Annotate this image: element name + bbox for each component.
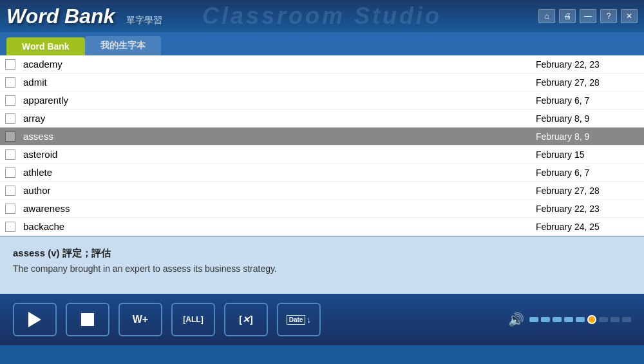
word-text: academy: [23, 59, 536, 70]
word-checkbox[interactable]: [5, 77, 15, 88]
definition-sentence: The company brought in an expert to asse…: [13, 263, 631, 274]
table-row[interactable]: apparentlyFebruary 6, 7: [0, 91, 644, 110]
table-row[interactable]: athleteFebruary 6, 7: [0, 164, 644, 182]
header: Word Bank 單字學習 Classroom Studio ⌂ 🖨 — ? …: [0, 0, 644, 32]
printer-icon[interactable]: 🖨: [559, 9, 576, 23]
volume-segment: [564, 317, 573, 322]
word-date: February 8, 9: [536, 131, 639, 142]
home-icon[interactable]: ⌂: [538, 9, 555, 23]
tab-my-vocab[interactable]: 我的生字本: [85, 36, 161, 55]
header-icons: ⌂ 🖨 — ? ✕: [538, 9, 638, 23]
table-row[interactable]: arrayFebruary 8, 9: [0, 110, 644, 128]
word-checkbox[interactable]: [5, 95, 15, 106]
volume-segment: [599, 317, 608, 322]
volume-icon: 🔊: [508, 312, 524, 327]
play-button[interactable]: [13, 303, 57, 336]
volume-knob[interactable]: [587, 315, 596, 324]
help-icon[interactable]: ?: [600, 9, 617, 23]
app-title: Word Bank: [6, 5, 115, 28]
table-row[interactable]: awarenessFebruary 22, 23: [0, 200, 644, 218]
word-date: February 6, 7: [536, 95, 639, 106]
word-checkbox[interactable]: [5, 149, 15, 160]
word-text: backache: [23, 221, 536, 232]
word-text: athlete: [23, 167, 536, 178]
word-list-container: academyFebruary 22, 23admitFebruary 27, …: [0, 55, 644, 236]
stop-button[interactable]: [66, 303, 109, 336]
word-date: February 8, 9: [536, 113, 639, 124]
def-pos: (v): [48, 247, 59, 258]
play-icon: [28, 312, 41, 327]
all-label: [ALL]: [183, 315, 203, 324]
app-subtitle: 單字學習: [126, 15, 162, 26]
word-date: February 24, 25: [536, 222, 639, 232]
date-sort-button[interactable]: Date ↓: [277, 303, 321, 336]
all-button[interactable]: [ALL]: [171, 303, 215, 336]
word-text: assess: [23, 131, 536, 142]
wordplus-button[interactable]: W+: [118, 303, 162, 336]
footer-buttons: W+ [ALL] [✕] Date ↓: [13, 303, 321, 336]
volume-segment: [611, 317, 620, 322]
table-row[interactable]: backacheFebruary 24, 25: [0, 218, 644, 236]
table-row[interactable]: asteroidFebruary 15: [0, 146, 644, 164]
tab-word-bank[interactable]: Word Bank: [6, 37, 85, 55]
volume-segment: [529, 317, 538, 322]
random-label: [✕]: [239, 314, 252, 325]
footer: W+ [ALL] [✕] Date ↓ 🔊: [0, 294, 644, 345]
table-row[interactable]: assessFebruary 8, 9: [0, 128, 644, 146]
tabs-bar: Word Bank 我的生字本: [0, 32, 644, 55]
table-row[interactable]: academyFebruary 22, 23: [0, 55, 644, 73]
table-row[interactable]: authorFebruary 27, 28: [0, 182, 644, 200]
word-checkbox[interactable]: [5, 222, 15, 232]
word-text: admit: [23, 77, 536, 88]
header-left: Word Bank 單字學習: [6, 5, 162, 28]
definition-area: assess (v) 評定；評估 The company brought in …: [0, 236, 644, 294]
word-checkbox[interactable]: [5, 168, 15, 178]
word-text: array: [23, 113, 536, 124]
volume-segment: [553, 317, 562, 322]
word-checkbox[interactable]: [5, 186, 15, 196]
table-row[interactable]: admitFebruary 27, 28: [0, 73, 644, 91]
word-date: February 27, 28: [536, 77, 639, 88]
word-list[interactable]: academyFebruary 22, 23admitFebruary 27, …: [0, 55, 644, 236]
word-checkbox[interactable]: [5, 113, 15, 124]
word-text: asteroid: [23, 149, 536, 160]
word-text: author: [23, 185, 536, 196]
word-date: February 22, 23: [536, 204, 639, 214]
word-date: February 22, 23: [536, 59, 639, 70]
word-checkbox[interactable]: [5, 131, 15, 142]
def-chinese: 評定；評估: [62, 247, 111, 258]
word-text: apparently: [23, 95, 536, 106]
word-text: awareness: [23, 203, 536, 214]
word-date: February 27, 28: [536, 186, 639, 196]
random-button[interactable]: [✕]: [224, 303, 268, 336]
word-checkbox[interactable]: [5, 59, 15, 70]
volume-segment: [622, 317, 631, 322]
word-checkbox[interactable]: [5, 204, 15, 214]
def-word: assess: [13, 247, 45, 258]
close-icon[interactable]: ✕: [621, 9, 638, 23]
stop-icon: [81, 313, 94, 326]
date-sort-label: Date ↓: [287, 314, 312, 325]
volume-bar: [529, 315, 631, 324]
definition-title: assess (v) 評定；評估: [13, 247, 631, 260]
word-date: February 6, 7: [536, 168, 639, 178]
wordplus-label: W+: [133, 314, 148, 325]
word-date: February 15: [536, 149, 639, 160]
minimize-icon[interactable]: —: [580, 9, 596, 23]
volume-control[interactable]: 🔊: [508, 312, 631, 327]
volume-segment: [576, 317, 585, 322]
volume-segment: [541, 317, 550, 322]
